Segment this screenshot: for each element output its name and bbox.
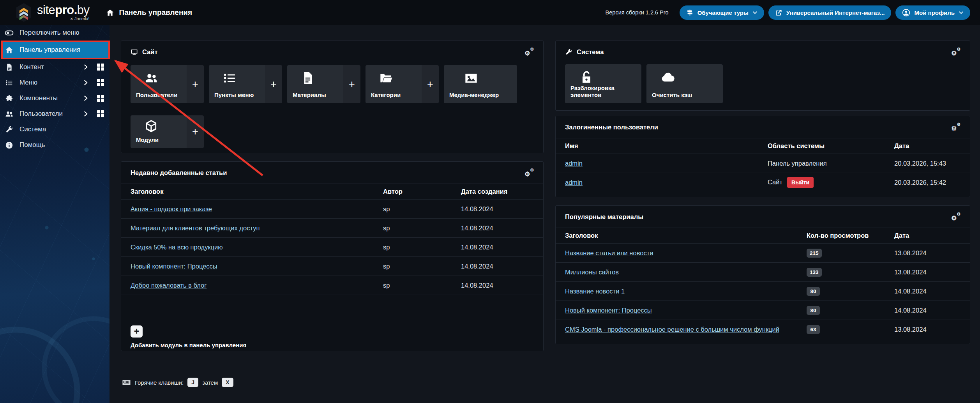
settings-gears-icon[interactable]: ⚙⚙ [524,168,534,177]
table-row: Добро пожаловать в блог sp 14.08.2024 [121,276,543,295]
article-date: 13.08.2024 [894,326,961,333]
tile-menu-items[interactable]: Пункты меню + [209,65,282,103]
grid-icon[interactable] [97,79,104,87]
site-panel: Сайт ⚙⚙ Пользователи + Пункты меню + [121,41,544,153]
chevron-right-icon[interactable] [83,95,89,101]
tile-checkin[interactable]: Разблокировка элементов [565,64,641,103]
tile-articles-add-button[interactable]: + [343,65,360,103]
col-date: Дата [894,142,961,150]
tile-label: Модули [136,136,159,144]
user-link[interactable]: admin [565,160,583,167]
chevron-down-icon [959,10,964,15]
settings-gears-icon[interactable]: ⚙⚙ [524,48,534,56]
sidebar-item-menu[interactable]: Меню [0,75,109,90]
article-link[interactable]: Материал для клиентов требующих доступ [131,224,260,232]
grid-icon[interactable] [97,95,104,102]
article-link[interactable]: Акция - подарок при заказе [131,205,212,212]
sidebar-item-help[interactable]: Помощь [0,137,109,153]
article-author: sp [383,282,461,289]
recent-articles-title: Недавно добавленные статьи [131,169,227,177]
recent-articles-panel: Недавно добавленные статьи ⚙⚙ Заголовок … [121,161,544,351]
sidebar-item-users[interactable]: Пользователи [0,106,109,122]
sidebar-item-content[interactable]: Контент [0,59,109,75]
tile-label: Очистить кэш [652,92,692,99]
tours-button[interactable]: Обучающие туры [680,5,764,20]
settings-gears-icon[interactable]: ⚙⚙ [951,212,961,221]
sidebar-item-components[interactable]: Компоненты [0,90,109,106]
chevron-right-icon[interactable] [83,80,89,86]
cloud-icon [660,70,675,85]
tile-clear-cache[interactable]: Очистить кэш [646,64,723,103]
user-area: Панель управления [768,160,894,167]
popular-articles-panel: Популярные материалы ⚙⚙ Заголовок Кол-во… [555,205,970,344]
col-date: Дата [894,232,961,239]
list-icon [4,79,14,87]
table-row: Новый компонент: Процессы 80 14.08.2024 [556,301,970,320]
logo[interactable]: sitepro.by × Joomla! [15,3,90,22]
user-link[interactable]: admin [565,179,583,186]
article-link[interactable]: Скидка 50% на всю продукцию [131,244,223,251]
article-date: 14.08.2024 [461,282,534,289]
tile-users-add-button[interactable]: + [187,65,204,103]
col-title: Заголовок [565,232,807,239]
right-column: Система ⚙⚙ Разблокировка элементов Очист… [555,41,970,403]
article-link[interactable]: Новый компонент: Процессы [131,263,217,270]
tile-users[interactable]: Пользователи + [131,65,204,103]
article-link[interactable]: CMS Joomla - профессиональное решение с … [565,326,779,333]
views-badge: 80 [807,306,820,315]
site-preview-button[interactable]: Универсальный Интернет-магаз... [768,5,892,20]
add-module-block: + Добавить модуль в панель управления [121,325,543,348]
tile-articles[interactable]: Материалы + [287,65,360,103]
article-date: 13.08.2024 [894,269,961,276]
profile-button[interactable]: Мой профиль [895,5,970,20]
joomla-x-icon: × [71,17,73,21]
tile-modules-add-button[interactable]: + [187,115,204,148]
article-link[interactable]: Название новости 1 [565,288,625,295]
chevron-right-icon[interactable] [83,64,89,70]
article-link[interactable]: Добро пожаловать в блог [131,282,207,289]
tile-media-manager[interactable]: Медиа-менеджер [444,65,517,103]
col-area: Область системы [768,142,894,150]
settings-gears-icon[interactable]: ⚙⚙ [951,48,961,56]
grid-icon[interactable] [97,110,104,118]
signpost-icon [686,9,694,16]
article-link[interactable]: Новый компонент: Процессы [565,307,652,314]
sidebar-item-label: Панель управления [19,46,103,54]
left-column: Сайт ⚙⚙ Пользователи + Пункты меню + [121,41,544,403]
table-header: Заголовок Кол-во просмотров Дата [556,228,970,244]
grid-icon[interactable] [97,64,104,71]
add-module-button[interactable]: + [131,325,143,338]
sidebar-item-label: Меню [19,79,83,87]
col-name: Имя [565,142,768,150]
article-link[interactable]: Название статьи или новости [565,249,653,256]
profile-button-label: Мой профиль [914,9,955,16]
views-badge: 80 [807,287,820,296]
build-version: Версия сборки 1.2.6 Pro [606,9,669,16]
unlock-icon [579,70,593,85]
table-row: Акция - подарок при заказе sp 14.08.2024 [121,200,543,219]
table-row: Новый компонент: Процессы sp 14.08.2024 [121,257,543,276]
sidebar-item-dashboard[interactable]: Панель управления [3,42,108,58]
article-date: 14.08.2024 [461,263,534,270]
home-icon [106,9,114,17]
tile-menu-items-add-button[interactable]: + [265,65,282,103]
sidebar-item-system[interactable]: Система [0,122,109,137]
keyboard-icon [122,378,131,387]
tile-modules[interactable]: Модули + [131,115,204,148]
user-circle-icon [902,9,910,17]
folder-icon [379,71,394,85]
tours-button-label: Обучающие туры [697,9,749,16]
tile-categories[interactable]: Категории + [366,65,439,103]
hotkeys-prefix: Горячие клавиши: [135,379,184,386]
sidebar-item-toggle-menu[interactable]: Переключить меню [0,25,109,41]
tile-label: Пользователи [136,92,177,99]
site-panel-title: Сайт [142,48,158,56]
system-panel: Система ⚙⚙ Разблокировка элементов Очист… [555,41,970,111]
article-link[interactable]: Миллионы сайтов [565,269,619,276]
chevron-right-icon[interactable] [83,111,89,117]
joomla-badge: × Joomla! [37,17,90,21]
logout-button[interactable]: Выйти [787,177,814,188]
settings-gears-icon[interactable]: ⚙⚙ [951,123,961,131]
tile-categories-add-button[interactable]: + [422,65,439,103]
joomla-label: Joomla! [74,17,90,21]
